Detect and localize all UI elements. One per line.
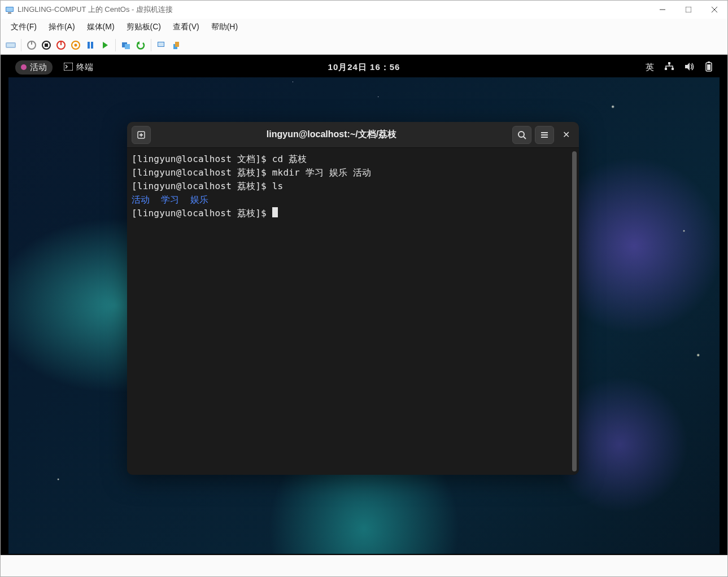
svg-rect-2 bbox=[8, 12, 11, 14]
svg-rect-28 bbox=[672, 68, 674, 70]
svg-rect-1 bbox=[6, 7, 13, 11]
toolbar-separator bbox=[21, 39, 21, 51]
ctrl-alt-del-button[interactable] bbox=[4, 38, 18, 52]
svg-rect-15 bbox=[88, 42, 90, 49]
svg-point-14 bbox=[75, 43, 77, 46]
revert-button[interactable] bbox=[134, 38, 147, 52]
menu-help[interactable]: 帮助(H) bbox=[206, 20, 243, 34]
prompt: [lingyun@localhost 荔枝]$ bbox=[132, 208, 272, 218]
reset-button[interactable] bbox=[98, 38, 112, 52]
terminal-line: [lingyun@localhost 荔枝]$ ls bbox=[132, 180, 572, 193]
terminal-line: [lingyun@localhost 荔枝]$ bbox=[132, 207, 572, 220]
command: ls bbox=[272, 181, 284, 191]
svg-rect-4 bbox=[686, 7, 691, 12]
network-icon[interactable] bbox=[664, 62, 674, 73]
terminal-scrollbar[interactable] bbox=[572, 151, 577, 471]
prompt: [lingyun@localhost 文档]$ bbox=[132, 154, 272, 164]
terminal-line: [lingyun@localhost 文档]$ cd 荔枝 bbox=[132, 152, 572, 166]
svg-rect-26 bbox=[668, 62, 670, 64]
terminal-line: [lingyun@localhost 荔枝]$ mkdir 学习 娱乐 活动 bbox=[132, 166, 572, 180]
power-icon[interactable] bbox=[705, 62, 713, 73]
activities-button[interactable]: 活动 bbox=[15, 60, 53, 75]
minimize-button[interactable] bbox=[649, 1, 675, 19]
menu-media[interactable]: 媒体(M) bbox=[81, 20, 120, 34]
svg-rect-16 bbox=[91, 42, 93, 49]
start-button[interactable] bbox=[25, 38, 38, 52]
host-menubar: 文件(F) 操作(A) 媒体(M) 剪贴板(C) 查看(V) 帮助(H) bbox=[1, 19, 727, 36]
share-button[interactable] bbox=[169, 38, 183, 52]
input-method-indicator[interactable]: 英 bbox=[646, 62, 654, 73]
menu-file[interactable]: 文件(F) bbox=[5, 20, 42, 34]
terminal-body[interactable]: [lingyun@localhost 文档]$ cd 荔枝 [lingyun@l… bbox=[127, 148, 579, 475]
search-button[interactable] bbox=[512, 126, 531, 144]
close-button[interactable] bbox=[701, 1, 727, 19]
host-window-title: LINGLING-COMPUT 上的 CentOs - 虚拟机连接 bbox=[18, 5, 649, 15]
directory-name: 活动 bbox=[132, 194, 150, 205]
svg-rect-19 bbox=[125, 44, 130, 49]
prompt: [lingyun@localhost 荔枝]$ bbox=[132, 181, 272, 191]
cursor bbox=[272, 207, 278, 217]
app-menu-label: 终端 bbox=[76, 62, 93, 73]
svg-rect-24 bbox=[175, 42, 179, 47]
activities-label: 活动 bbox=[30, 62, 47, 73]
svg-rect-31 bbox=[708, 62, 710, 63]
vm-viewport[interactable]: 活动 终端 10月24日 16：56 英 bbox=[1, 55, 727, 555]
maximize-button[interactable] bbox=[675, 1, 701, 19]
clock[interactable]: 10月24日 16：56 bbox=[328, 62, 400, 73]
checkpoint-button[interactable] bbox=[119, 38, 133, 52]
command: cd 荔枝 bbox=[272, 154, 307, 164]
shutdown-button[interactable] bbox=[54, 38, 68, 52]
pause-button[interactable] bbox=[84, 38, 97, 52]
toolbar-separator bbox=[151, 39, 151, 51]
host-toolbar bbox=[1, 36, 727, 55]
menu-action[interactable]: 操作(A) bbox=[43, 20, 81, 34]
gnome-top-bar: 活动 终端 10月24日 16：56 英 bbox=[8, 57, 720, 77]
stop-button[interactable] bbox=[40, 38, 53, 52]
toolbar-separator bbox=[115, 39, 116, 51]
vmconnect-icon bbox=[5, 5, 14, 14]
directory-name: 娱乐 bbox=[190, 194, 208, 205]
terminal-headerbar: lingyun@localhost:~/文档/荔枝 ✕ bbox=[127, 122, 579, 148]
new-tab-button[interactable] bbox=[132, 126, 151, 144]
svg-point-36 bbox=[518, 132, 524, 137]
host-status-strip bbox=[1, 555, 727, 576]
svg-marker-29 bbox=[685, 63, 690, 71]
svg-rect-12 bbox=[60, 42, 62, 45]
ls-output: 活动 学习 娱乐 bbox=[132, 193, 572, 207]
svg-rect-6 bbox=[7, 43, 15, 47]
terminal-window[interactable]: lingyun@localhost:~/文档/荔枝 ✕ [lingyun@loc… bbox=[127, 122, 579, 475]
svg-rect-25 bbox=[64, 63, 73, 71]
activities-dot-icon bbox=[21, 64, 27, 70]
svg-rect-27 bbox=[665, 68, 667, 70]
svg-line-37 bbox=[524, 137, 526, 139]
host-window: LINGLING-COMPUT 上的 CentOs - 虚拟机连接 文件(F) … bbox=[0, 0, 728, 577]
terminal-close-button[interactable]: ✕ bbox=[557, 129, 574, 140]
host-titlebar: LINGLING-COMPUT 上的 CentOs - 虚拟机连接 bbox=[1, 1, 727, 19]
terminal-icon bbox=[64, 63, 73, 72]
guest-desktop[interactable]: 活动 终端 10月24日 16：56 英 bbox=[8, 57, 720, 554]
menu-button[interactable] bbox=[535, 126, 554, 144]
command: mkdir 学习 娱乐 活动 bbox=[272, 167, 372, 178]
svg-rect-8 bbox=[31, 41, 32, 45]
menu-view[interactable]: 查看(V) bbox=[167, 20, 205, 34]
svg-rect-22 bbox=[158, 42, 164, 46]
save-button[interactable] bbox=[69, 38, 82, 52]
app-menu[interactable]: 终端 bbox=[58, 60, 99, 75]
svg-marker-17 bbox=[103, 42, 108, 49]
volume-icon[interactable] bbox=[685, 62, 695, 73]
window-controls bbox=[649, 1, 727, 19]
svg-rect-32 bbox=[707, 64, 710, 70]
enhanced-session-button[interactable] bbox=[155, 38, 168, 52]
directory-name: 学习 bbox=[161, 194, 179, 205]
menu-clipboard[interactable]: 剪贴板(C) bbox=[121, 20, 167, 34]
svg-rect-10 bbox=[45, 43, 48, 47]
terminal-title: lingyun@localhost:~/文档/荔枝 bbox=[154, 129, 509, 141]
prompt: [lingyun@localhost 荔枝]$ bbox=[132, 167, 272, 178]
